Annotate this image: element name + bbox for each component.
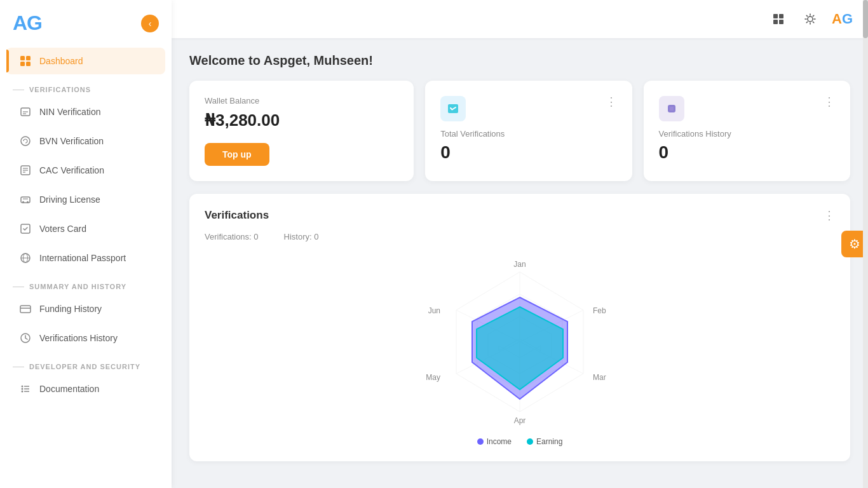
svg-line-39 bbox=[813, 15, 813, 16]
cards-row: Wallet Balance ₦3,280.00 Top up ⋮ Total … bbox=[189, 81, 850, 181]
verifications-section-label: VERIFICATIONS bbox=[29, 86, 91, 93]
svg-rect-2 bbox=[20, 62, 25, 66]
total-verif-value: 0 bbox=[440, 142, 616, 163]
sidebar-logo-area: AG ‹ bbox=[0, 0, 172, 46]
svg-rect-30 bbox=[773, 20, 778, 24]
scrollbar-thumb[interactable] bbox=[863, 0, 868, 38]
svg-rect-0 bbox=[20, 56, 25, 60]
svg-rect-29 bbox=[779, 14, 783, 18]
sidebar-item-bvn[interactable]: BVN Verification bbox=[6, 128, 165, 154]
svg-text:Jun: Jun bbox=[428, 306, 440, 315]
topbar: AG bbox=[172, 0, 868, 38]
wallet-label: Wallet Balance bbox=[205, 96, 398, 105]
svg-rect-19 bbox=[20, 306, 31, 313]
svg-line-40 bbox=[806, 22, 807, 22]
verif-section-header: Verifications ⋮ bbox=[205, 209, 835, 222]
verifications-section: Verifications ⋮ Verifications: 0 History… bbox=[189, 194, 850, 461]
svg-point-7 bbox=[21, 137, 30, 146]
funding-icon bbox=[19, 302, 32, 315]
sidebar-item-docs[interactable]: Documentation bbox=[6, 376, 165, 402]
svg-text:Feb: Feb bbox=[593, 306, 606, 315]
sidebar-item-verif-history[interactable]: Verifications History bbox=[6, 325, 165, 351]
wallet-amount: ₦3,280.00 bbox=[205, 111, 398, 130]
docs-icon bbox=[19, 383, 32, 395]
verif-section-title: Verifications bbox=[205, 209, 269, 222]
sidebar-item-voters[interactable]: Voters Card bbox=[6, 215, 165, 242]
verif-hist-label: Verifications History bbox=[659, 129, 835, 139]
bvn-icon bbox=[19, 135, 32, 147]
income-legend-dot bbox=[477, 438, 484, 445]
svg-point-22 bbox=[22, 388, 24, 390]
total-verif-icon-box bbox=[440, 96, 466, 121]
topbar-logo: AG bbox=[832, 11, 853, 27]
svg-line-38 bbox=[813, 22, 813, 22]
svg-point-32 bbox=[808, 17, 813, 22]
svg-rect-3 bbox=[26, 62, 31, 66]
verif-hist-value: 0 bbox=[659, 142, 835, 163]
verif-hist-more-button[interactable]: ⋮ bbox=[824, 96, 835, 107]
total-verif-label: Total Verifications bbox=[440, 129, 616, 139]
earning-legend-label: Earning bbox=[536, 437, 562, 446]
topbar-logo-a: A bbox=[832, 11, 842, 27]
legend-earning: Earning bbox=[527, 437, 562, 446]
svg-rect-1 bbox=[26, 56, 31, 60]
verif-stats-row: Verifications: 0 History: 0 bbox=[205, 232, 835, 241]
verif-hist-icon-box bbox=[659, 96, 684, 121]
sidebar-item-nin[interactable]: NIN Verification bbox=[6, 98, 165, 125]
sidebar: AG ‹ Dashboard VERIFICATIONS NIN Verific… bbox=[0, 0, 172, 488]
logo-letter-g: G bbox=[27, 11, 42, 34]
chart-legend: Income Earning bbox=[477, 437, 563, 446]
verif-section-more-button[interactable]: ⋮ bbox=[824, 210, 835, 221]
verif-history-count-label: History: 0 bbox=[284, 232, 319, 241]
sidebar-item-label-funding: Funding History bbox=[39, 304, 102, 314]
earning-legend-dot bbox=[527, 438, 533, 445]
total-verifications-card: ⋮ Total Verifications 0 bbox=[425, 81, 632, 181]
sidebar-section-summary: SUMMARY AND HISTORY bbox=[0, 273, 172, 294]
sidebar-item-driving[interactable]: Driving License bbox=[6, 186, 165, 213]
sidebar-item-funding[interactable]: Funding History bbox=[6, 295, 165, 322]
dashboard-icon bbox=[19, 55, 32, 67]
svg-text:Mar: Mar bbox=[593, 373, 606, 382]
sun-icon[interactable] bbox=[800, 9, 820, 29]
sidebar-item-cac[interactable]: CAC Verification bbox=[6, 157, 165, 184]
sidebar-item-label-cac: CAC Verification bbox=[39, 165, 104, 175]
legend-income: Income bbox=[477, 437, 512, 446]
sidebar-item-label-driving: Driving License bbox=[39, 194, 100, 205]
sidebar-item-label-nin: NIN Verification bbox=[39, 107, 100, 117]
svg-text:May: May bbox=[426, 373, 440, 382]
page-content: Welcome to Aspget, Muhseen! Wallet Balan… bbox=[172, 38, 868, 488]
radar-chart-container: Jan Feb Mar Apr May Jun Income bbox=[205, 253, 835, 446]
summary-section-label: SUMMARY AND HISTORY bbox=[29, 283, 126, 290]
sidebar-section-verifications: VERIFICATIONS bbox=[0, 76, 172, 97]
driving-icon bbox=[19, 193, 32, 206]
sidebar-item-label-docs: Documentation bbox=[39, 384, 99, 394]
total-verif-more-button[interactable]: ⋮ bbox=[606, 96, 617, 107]
welcome-message: Welcome to Aspget, Muhseen! bbox=[189, 53, 850, 68]
topup-button[interactable]: Top up bbox=[205, 143, 269, 166]
sidebar-item-dashboard[interactable]: Dashboard bbox=[6, 48, 165, 74]
passport-icon bbox=[19, 252, 32, 264]
svg-point-24 bbox=[22, 391, 24, 393]
sidebar-section-developer: DEVELOPER AND SECURITY bbox=[0, 353, 172, 374]
developer-section-label: DEVELOPER AND SECURITY bbox=[29, 363, 140, 370]
nin-icon bbox=[19, 105, 32, 118]
svg-rect-43 bbox=[670, 107, 674, 111]
main-content: AG Welcome to Aspget, Muhseen! Wallet Ba… bbox=[172, 0, 868, 488]
sidebar-item-label-bvn: BVN Verification bbox=[39, 136, 104, 146]
topbar-logo-g: G bbox=[842, 11, 853, 27]
sidebar-item-label-passport: International Passport bbox=[39, 253, 126, 263]
settings-icon: ⚙ bbox=[849, 236, 860, 252]
wallet-card: Wallet Balance ₦3,280.00 Top up bbox=[189, 81, 414, 181]
svg-rect-28 bbox=[773, 14, 778, 18]
radar-chart: Jan Feb Mar Apr May Jun bbox=[386, 253, 653, 431]
sidebar-item-passport[interactable]: International Passport bbox=[6, 245, 165, 271]
svg-line-37 bbox=[806, 15, 807, 16]
grid-icon[interactable] bbox=[768, 9, 789, 29]
sidebar-collapse-button[interactable]: ‹ bbox=[141, 15, 159, 32]
svg-text:Jan: Jan bbox=[513, 260, 526, 269]
sidebar-item-label-verif-history: Verifications History bbox=[39, 333, 118, 343]
svg-point-14 bbox=[27, 201, 29, 203]
verif-history-card: ⋮ Verifications History 0 bbox=[644, 81, 850, 181]
sidebar-item-label-dashboard: Dashboard bbox=[39, 56, 83, 66]
svg-text:Apr: Apr bbox=[514, 416, 526, 425]
